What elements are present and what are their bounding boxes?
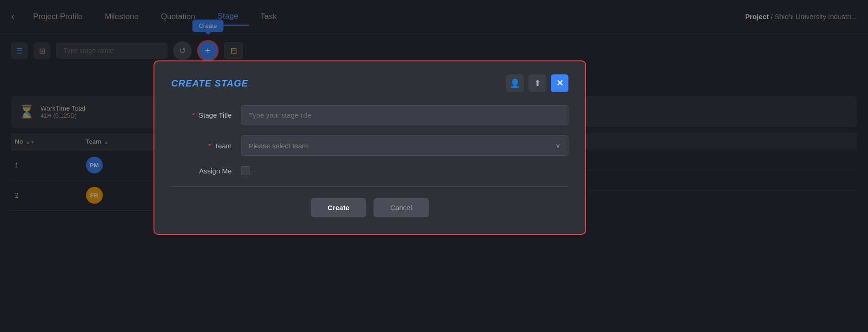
- cancel-button[interactable]: Cancel: [374, 198, 429, 217]
- stage-title-label: * Stage Title: [171, 111, 232, 119]
- required-star: *: [208, 142, 211, 150]
- required-star: *: [192, 111, 195, 119]
- team-label: * Team: [171, 142, 232, 150]
- modal-overlay[interactable]: CREATE STAGE 👤 ⬆ ✕ * Stage Title: [0, 0, 868, 332]
- assign-me-label: Assign Me: [171, 167, 232, 175]
- team-select-placeholder: Please select team: [249, 142, 308, 150]
- chevron-down-icon: ∨: [555, 141, 561, 150]
- stage-title-row: * Stage Title: [171, 105, 568, 125]
- assign-me-checkbox[interactable]: [241, 166, 250, 175]
- share-icon-button[interactable]: ⬆: [528, 74, 546, 92]
- modal-divider: [171, 186, 568, 187]
- assign-me-row: Assign Me: [171, 166, 568, 175]
- close-icon: ✕: [556, 78, 563, 88]
- stage-title-input[interactable]: [241, 105, 568, 125]
- person-icon: 👤: [510, 78, 520, 88]
- modal-header-icons: 👤 ⬆ ✕: [506, 74, 568, 92]
- modal-title: CREATE STAGE: [171, 78, 248, 89]
- modal-close-button[interactable]: ✕: [551, 74, 568, 92]
- create-stage-modal: CREATE STAGE 👤 ⬆ ✕ * Stage Title: [154, 60, 586, 235]
- modal-footer: Create Cancel: [171, 198, 568, 217]
- modal-header: CREATE STAGE 👤 ⬆ ✕: [171, 74, 568, 92]
- team-row: * Team Please select team ∨: [171, 135, 568, 156]
- team-select[interactable]: Please select team ∨: [241, 135, 568, 156]
- person-icon-button[interactable]: 👤: [506, 74, 524, 92]
- share-icon: ⬆: [534, 78, 541, 88]
- create-button[interactable]: Create: [311, 198, 366, 217]
